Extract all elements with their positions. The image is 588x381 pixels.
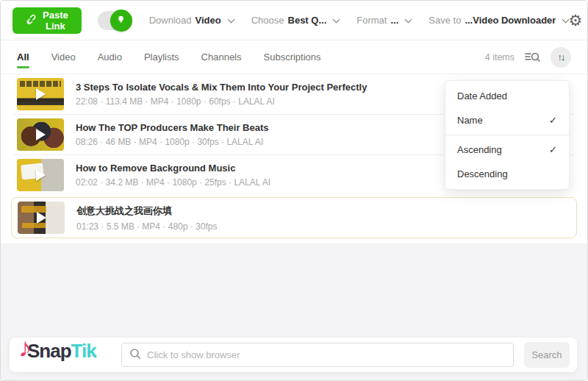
paste-link-button[interactable]: Paste Link bbox=[12, 7, 82, 34]
chevron-down-icon bbox=[405, 15, 412, 23]
tab-bar: All Video Audio Playlists Channels Subsc… bbox=[1, 40, 587, 74]
download-label: Download bbox=[149, 15, 192, 26]
quality-dropdown[interactable]: Choose Best Q... bbox=[251, 15, 340, 26]
smart-mode-toggle[interactable] bbox=[98, 11, 132, 30]
video-thumbnail bbox=[17, 78, 64, 110]
paste-link-label: Paste Link bbox=[43, 10, 68, 32]
toggle-knob bbox=[110, 10, 132, 32]
app-window: Paste Link Download Video Choose Best Q.… bbox=[0, 0, 588, 381]
tab-playlists[interactable]: Playlists bbox=[144, 41, 179, 73]
arrow-down-icon: ↓ bbox=[561, 52, 564, 62]
browser-bar: ← → Search bbox=[10, 338, 577, 372]
video-meta: 02:02 · 34.2 MB · MP4 · 1080p · 25fps · … bbox=[76, 177, 270, 188]
tab-bar-right: 4 items ↑↓ bbox=[485, 47, 571, 68]
video-info: 3 Steps To Isolate Vocals & Mix Them Int… bbox=[76, 82, 367, 107]
gear-icon[interactable]: ⚙ bbox=[568, 13, 582, 28]
menu-item-label: Ascending bbox=[457, 144, 502, 155]
video-title: How The TOP Producers Make Their Beats bbox=[76, 122, 269, 133]
menu-item-label: Descending bbox=[457, 168, 508, 179]
video-info: How The TOP Producers Make Their Beats 0… bbox=[76, 122, 269, 147]
search-input[interactable] bbox=[147, 349, 506, 360]
video-info: How to Remove Background Music 02:02 · 3… bbox=[76, 163, 270, 188]
menu-item-date-added[interactable]: Date Added bbox=[445, 84, 569, 108]
save-to-dropdown[interactable]: Save to ...Video Downloader bbox=[429, 15, 568, 26]
video-meta: 01:23 · 5.5 MB · MP4 · 480p · 30fps bbox=[76, 221, 217, 232]
video-title: 3 Steps To Isolate Vocals & Mix Them Int… bbox=[76, 82, 367, 93]
menu-item-name[interactable]: Name ✓ bbox=[445, 108, 569, 132]
tab-subscriptions[interactable]: Subscriptions bbox=[264, 41, 321, 73]
choose-label: Choose bbox=[251, 15, 284, 26]
video-thumbnail bbox=[18, 202, 65, 234]
save-to-value: ...Video Downloader bbox=[465, 15, 556, 26]
lightbulb-icon bbox=[116, 14, 126, 27]
back-arrow-icon[interactable]: ← bbox=[48, 347, 60, 360]
toolbar: Paste Link Download Video Choose Best Q.… bbox=[1, 1, 587, 40]
checkmark-icon: ✓ bbox=[549, 115, 557, 126]
chevron-down-icon bbox=[227, 15, 234, 23]
video-thumbnail bbox=[17, 159, 64, 191]
checkmark-icon: ✓ bbox=[549, 144, 557, 155]
video-title: How to Remove Background Music bbox=[76, 163, 270, 174]
link-icon bbox=[26, 14, 37, 27]
menu-item-label: Name bbox=[457, 115, 483, 126]
forward-arrow-icon[interactable]: → bbox=[87, 347, 99, 360]
search-list-icon[interactable] bbox=[525, 51, 540, 63]
format-dropdown[interactable]: Format ... bbox=[356, 15, 411, 26]
tab-audio[interactable]: Audio bbox=[98, 41, 122, 73]
video-meta: 22:08 · 113.4 MB · MP4 · 1080p · 60fps ·… bbox=[76, 96, 367, 107]
search-icon bbox=[129, 348, 141, 363]
browser-search-field[interactable] bbox=[121, 343, 514, 367]
items-count: 4 items bbox=[485, 52, 514, 63]
download-value: Video bbox=[196, 15, 221, 26]
save-to-label: Save to bbox=[429, 15, 461, 26]
video-row-selected[interactable]: 创意大挑战之我画你填 01:23 · 5.5 MB · MP4 · 480p ·… bbox=[11, 197, 577, 238]
format-label: Format bbox=[356, 15, 387, 26]
video-meta: 08:26 · 46 MB · MP4 · 1080p · 30fps · LA… bbox=[76, 137, 269, 147]
menu-item-ascending[interactable]: Ascending ✓ bbox=[445, 138, 569, 162]
tab-channels[interactable]: Channels bbox=[201, 41, 242, 73]
format-value: ... bbox=[390, 15, 398, 26]
tab-all[interactable]: All bbox=[17, 41, 29, 73]
sort-menu: Date Added Name ✓ Ascending ✓ Descending bbox=[445, 80, 570, 190]
video-title: 创意大挑战之我画你填 bbox=[76, 204, 217, 218]
video-info: 创意大挑战之我画你填 01:23 · 5.5 MB · MP4 · 480p ·… bbox=[76, 204, 217, 232]
chevron-down-icon bbox=[333, 15, 340, 23]
download-type-dropdown[interactable]: Download Video bbox=[149, 15, 234, 26]
search-button[interactable]: Search bbox=[524, 342, 570, 368]
menu-separator bbox=[445, 135, 569, 135]
menu-item-label: Date Added bbox=[457, 90, 507, 102]
menu-item-descending[interactable]: Descending bbox=[445, 162, 569, 186]
tab-video[interactable]: Video bbox=[51, 41, 76, 73]
video-thumbnail bbox=[17, 118, 64, 151]
sort-button[interactable]: ↑↓ bbox=[551, 47, 571, 68]
choose-value: Best Q... bbox=[288, 15, 327, 26]
